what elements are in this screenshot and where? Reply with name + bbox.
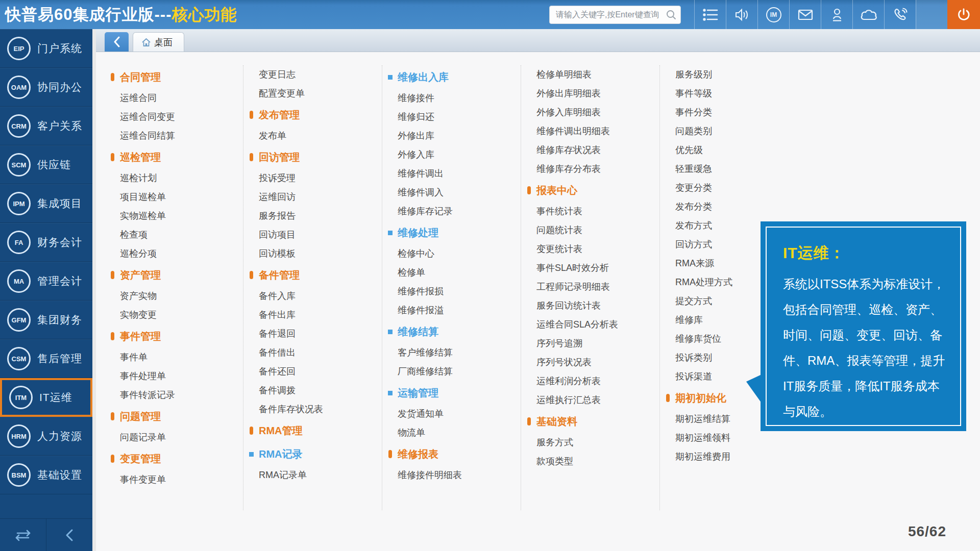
user-icon[interactable]: [821, 0, 852, 29]
menu-item[interactable]: 外修出库明细表: [521, 84, 659, 103]
menu-item[interactable]: 序列号追溯: [521, 334, 659, 353]
menu-item[interactable]: 检修单明细表: [521, 65, 659, 84]
menu-item[interactable]: 运维合同: [105, 89, 243, 108]
menu-item[interactable]: 事件分类: [660, 103, 799, 122]
menu-item[interactable]: 实物变更: [105, 306, 243, 324]
menu-item[interactable]: 巡检分项: [105, 244, 243, 263]
menu-item[interactable]: 实物巡检单: [105, 207, 243, 226]
sidebar-item-itm[interactable]: ITMIT运维: [0, 378, 92, 417]
menu-item[interactable]: 备件入库: [243, 287, 382, 306]
menu-item[interactable]: 问题类别: [660, 122, 799, 141]
menu-item[interactable]: 发布分类: [660, 197, 799, 216]
menu-item[interactable]: 备件还回: [243, 362, 382, 381]
menu-item[interactable]: 服务回访统计表: [521, 296, 659, 315]
sidebar-item-crm[interactable]: CRM客户关系: [0, 107, 92, 145]
menu-item[interactable]: 发布单: [243, 127, 382, 145]
menu-item[interactable]: 检修单: [382, 263, 521, 282]
mail-icon[interactable]: [789, 0, 821, 29]
tab-desktop[interactable]: 桌面: [133, 32, 184, 52]
menu-item[interactable]: 维修件调入: [382, 183, 521, 202]
menu-item[interactable]: 投诉受理: [243, 169, 382, 188]
menu-item[interactable]: 回访模板: [243, 244, 382, 263]
power-icon[interactable]: [947, 0, 980, 29]
menu-item[interactable]: 问题记录单: [105, 428, 243, 447]
menu-item[interactable]: 工程师记录明细表: [521, 278, 659, 296]
sidebar-item-bsm[interactable]: BSM基础设置: [0, 456, 92, 494]
menu-item[interactable]: 备件出库: [243, 306, 382, 324]
sidebar-item-hrm[interactable]: HRM人力资源: [0, 417, 92, 456]
phone-icon[interactable]: [884, 0, 916, 29]
sidebar-scrollbar[interactable]: [92, 29, 96, 551]
menu-item[interactable]: 备件调拨: [243, 381, 382, 400]
menu-item[interactable]: 款项类型: [521, 452, 659, 471]
menu-item[interactable]: 事件转派记录: [105, 386, 243, 405]
menu-item[interactable]: 问题统计表: [521, 221, 659, 240]
back-button[interactable]: [105, 32, 129, 52]
menu-item[interactable]: 备件库存状况表: [243, 400, 382, 419]
menu-item[interactable]: 检修中心: [382, 244, 521, 263]
menu-item[interactable]: 备件退回: [243, 324, 382, 343]
menu-item[interactable]: 事件单: [105, 348, 243, 367]
menu-item[interactable]: 服务方式: [521, 433, 659, 452]
menu-item[interactable]: 维修件报损: [382, 282, 521, 301]
im-icon[interactable]: IM: [757, 0, 789, 29]
menu-item[interactable]: 事件SLA时效分析: [521, 259, 659, 278]
menu-item[interactable]: 变更日志: [243, 65, 382, 84]
menu-item[interactable]: 运维执行汇总表: [521, 391, 659, 410]
menu-item[interactable]: 客户维修结算: [382, 343, 521, 362]
menu-item[interactable]: 维修接件明细表: [382, 466, 521, 485]
menu-item[interactable]: 维修库存分布表: [521, 160, 659, 179]
sidebar-item-fa[interactable]: FA财务会计: [0, 223, 92, 262]
sidebar-item-scm[interactable]: SCM供应链: [0, 145, 92, 184]
menu-item[interactable]: 维修件调出明细表: [521, 122, 659, 141]
menu-item[interactable]: 物流单: [382, 423, 521, 442]
menu-item[interactable]: 厂商维修结算: [382, 362, 521, 381]
menu-item[interactable]: 配置变更单: [243, 84, 382, 103]
menu-item[interactable]: 事件统计表: [521, 202, 659, 221]
menu-item[interactable]: 项目巡检单: [105, 188, 243, 207]
menu-item[interactable]: 维修库存记录: [382, 202, 521, 221]
menu-item[interactable]: 事件变更单: [105, 470, 243, 489]
menu-item[interactable]: 巡检计划: [105, 169, 243, 188]
menu-item[interactable]: 事件处理单: [105, 367, 243, 386]
menu-item[interactable]: 服务级别: [660, 65, 799, 84]
menu-item[interactable]: 期初运维领料: [660, 429, 799, 447]
menu-item[interactable]: 外修出库: [382, 127, 521, 145]
menu-item[interactable]: 检查项: [105, 226, 243, 244]
menu-item[interactable]: 维修件调出: [382, 164, 521, 183]
menu-item[interactable]: 发货通知单: [382, 405, 521, 423]
menu-item[interactable]: 变更分类: [660, 179, 799, 197]
collapse-chevron-icon[interactable]: [46, 519, 92, 551]
menu-item[interactable]: 回访项目: [243, 226, 382, 244]
menu-item[interactable]: 服务报告: [243, 207, 382, 226]
menu-item[interactable]: 外修入库明细表: [521, 103, 659, 122]
menu-item[interactable]: 运维利润分析表: [521, 372, 659, 391]
menu-item[interactable]: 序列号状况表: [521, 353, 659, 372]
menu-item[interactable]: 维修接件: [382, 89, 521, 108]
menu-item[interactable]: 运维合同变更: [105, 108, 243, 127]
menu-item[interactable]: 维修件报溢: [382, 301, 521, 320]
menu-item[interactable]: 轻重缓急: [660, 160, 799, 179]
menu-list-icon[interactable]: [694, 0, 726, 29]
menu-item[interactable]: 期初运维费用: [660, 447, 799, 466]
sidebar-item-csm[interactable]: CSM售后管理: [0, 339, 92, 378]
search-icon[interactable]: [666, 9, 677, 20]
sidebar-item-eip[interactable]: EIP门户系统: [0, 29, 92, 68]
menu-item[interactable]: RMA记录单: [243, 466, 382, 485]
sidebar-item-gfm[interactable]: GFM集团财务: [0, 300, 92, 339]
menu-item[interactable]: 运维合同SLA分析表: [521, 315, 659, 334]
menu-item[interactable]: 维修归还: [382, 108, 521, 127]
menu-item[interactable]: 变更统计表: [521, 240, 659, 259]
blank-cell[interactable]: [916, 0, 947, 29]
menu-item[interactable]: 运维合同结算: [105, 127, 243, 145]
menu-item[interactable]: 备件借出: [243, 343, 382, 362]
menu-item[interactable]: 优先级: [660, 141, 799, 160]
cloud-icon[interactable]: [852, 0, 884, 29]
menu-item[interactable]: 事件等级: [660, 84, 799, 103]
menu-item[interactable]: 维修库存状况表: [521, 141, 659, 160]
menu-item[interactable]: 运维回访: [243, 188, 382, 207]
menu-item[interactable]: 外修入库: [382, 145, 521, 164]
sidebar-item-ma[interactable]: MA管理会计: [0, 262, 92, 300]
sidebar-item-oam[interactable]: OAM协同办公: [0, 68, 92, 107]
search-input[interactable]: [549, 6, 681, 24]
